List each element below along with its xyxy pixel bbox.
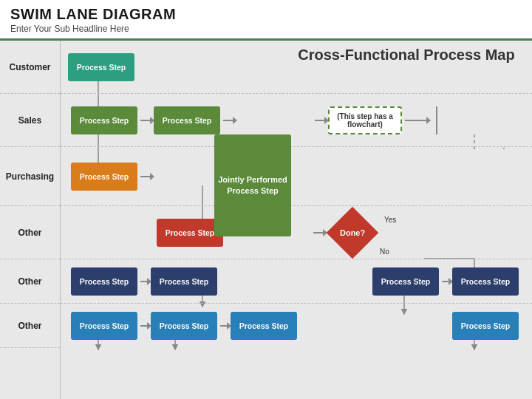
sales-flowchart-step[interactable]: (This step has a flowchart) xyxy=(328,106,402,134)
lane-label-customer: Customer xyxy=(0,41,60,94)
other2-process-step4[interactable]: Process Step xyxy=(452,267,519,296)
lane-customer: Process Step xyxy=(61,41,532,94)
lane-label-other2: Other xyxy=(0,259,60,304)
customer-process-step[interactable]: Process Step xyxy=(68,53,134,81)
lane-purchasing: Process Step Jointly Performed Process S… xyxy=(61,147,532,206)
no-label: No xyxy=(380,248,389,256)
sales-process-step1[interactable]: Process Step xyxy=(71,106,137,134)
other2-process-step2[interactable]: Process Step xyxy=(151,267,217,296)
other1-process-step[interactable]: Process Step xyxy=(157,219,223,247)
lane-sales: Process Step Process Step xyxy=(61,94,532,147)
lane-other2: Process Step Process Step Process Step P… xyxy=(61,259,532,304)
lane-label-other1: Other xyxy=(0,206,60,259)
lane-other1: Process Step Done? Yes xyxy=(61,206,532,259)
lane-label-purchasing: Purchasing xyxy=(0,147,60,206)
lane-label-sales: Sales xyxy=(0,94,60,147)
other3-process-step4[interactable]: Process Step xyxy=(452,312,519,340)
jointly-performed-step[interactable]: Jointly Performed Process Step xyxy=(214,134,291,236)
lane-other3: Process Step Process Step Process Step P… xyxy=(61,304,532,348)
sales-process-step2[interactable]: Process Step xyxy=(154,106,220,134)
other3-process-step3[interactable]: Process Step xyxy=(231,312,297,340)
slide-subtitle: Enter Your Sub Headline Here xyxy=(10,24,522,34)
lane-label-other3: Other xyxy=(0,304,60,348)
other2-process-step3[interactable]: Process Step xyxy=(372,267,439,296)
purchasing-process-step[interactable]: Process Step xyxy=(71,163,137,191)
other2-process-step1[interactable]: Process Step xyxy=(71,267,137,296)
slide-title: SWIM LANE DIAGRAM xyxy=(10,6,522,23)
other3-process-step1[interactable]: Process Step xyxy=(71,312,137,340)
other3-process-step2[interactable]: Process Step xyxy=(151,312,217,340)
yes-label: Yes xyxy=(384,216,396,224)
done-diamond[interactable]: Done? xyxy=(327,214,378,251)
